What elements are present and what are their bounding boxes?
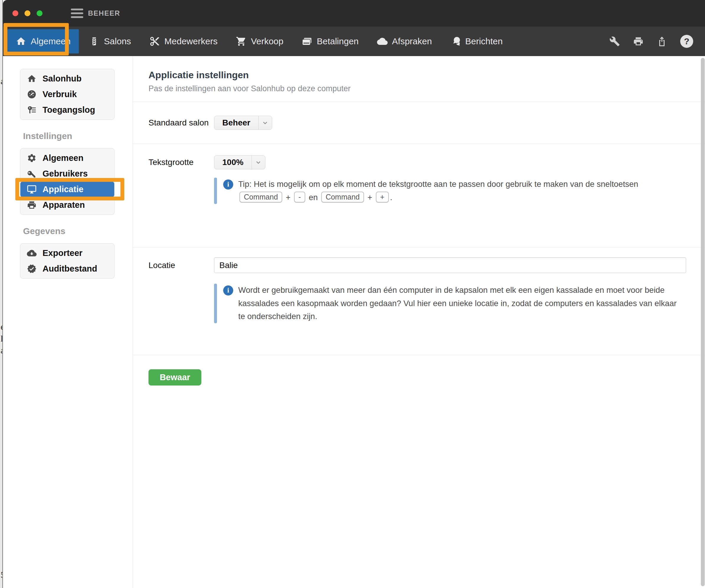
chevron-down-icon — [258, 116, 272, 130]
main-toolbar: Algemeen Salons Medewerkers Verkoop Beta… — [3, 27, 705, 56]
background-window-sliver: a e l a 5 — [0, 0, 3, 588]
sidebar-item-algemeen[interactable]: Algemeen — [20, 150, 114, 166]
tab-medewerkers[interactable]: Medewerkers — [141, 29, 226, 53]
sidebar-item-applicatie[interactable]: Applicatie — [20, 182, 114, 197]
kbd-plus: + — [376, 192, 389, 202]
locatie-info: i Wordt er gebruikgemaakt van meer dan é… — [214, 284, 687, 323]
tab-afspraken[interactable]: Afspraken — [369, 29, 440, 53]
sidebar-item-auditbestand[interactable]: Auditbestand — [20, 261, 114, 277]
gauge-icon — [27, 89, 37, 99]
sidebar-item-toegangslog[interactable]: Toegangslog — [20, 102, 114, 118]
sidebar-item-verbruik[interactable]: Verbruik — [20, 87, 114, 102]
main-content: Applicatie instellingen Pas de instellin… — [133, 56, 705, 588]
help-icon[interactable]: ? — [680, 35, 693, 48]
tab-label: Verkoop — [251, 36, 283, 46]
tip-plus-sign: + — [368, 193, 372, 202]
kbd-command: Command — [239, 192, 282, 202]
standaard-salon-section: Standaard salon Beheer — [133, 102, 705, 144]
toolbar-actions: ? — [609, 35, 693, 48]
kbd-minus: - — [294, 192, 305, 202]
tab-berichten[interactable]: Berichten — [442, 29, 511, 53]
close-window-button[interactable] — [12, 10, 18, 16]
home-icon — [16, 36, 26, 47]
note-accent-bar — [214, 284, 217, 323]
tab-label: Berichten — [465, 36, 503, 46]
tekstgrootte-label: Tekstgrootte — [148, 158, 214, 167]
background-text-fragment: a — [1, 76, 3, 86]
save-section: Bewaar — [133, 355, 705, 386]
barber-pole-icon — [89, 36, 99, 47]
gear-icon — [27, 153, 37, 163]
locatie-section: Locatie i Wordt er gebruikgemaakt van me… — [133, 248, 705, 355]
sidebar-section-header-instellingen: Instellingen — [23, 131, 133, 141]
tekstgrootte-tip: i Tip: Het is mogelijk om op elk moment … — [214, 178, 687, 204]
sidebar-item-apparaten[interactable]: Apparaten — [20, 197, 114, 213]
cloud-download-icon — [27, 248, 37, 258]
tekstgrootte-value: 100% — [214, 156, 251, 169]
titlebar: BEHEER — [3, 0, 705, 27]
chevron-down-icon — [251, 156, 265, 169]
locatie-info-text: Wordt er gebruikgemaakt van meer dan één… — [238, 284, 679, 323]
home-icon — [27, 74, 37, 84]
monitor-icon — [27, 185, 37, 194]
tab-betalingen[interactable]: Betalingen — [293, 29, 367, 53]
payment-cards-icon — [302, 36, 312, 47]
locatie-input[interactable] — [214, 257, 686, 273]
tab-label: Salons — [104, 36, 131, 46]
access-log-icon — [27, 105, 37, 115]
tab-label: Afspraken — [392, 36, 432, 46]
sidebar-item-label: Toegangslog — [43, 105, 95, 115]
sidebar-section-header-gegevens: Gegevens — [23, 226, 133, 236]
info-icon: i — [223, 180, 233, 190]
window-title: BEHEER — [88, 9, 120, 17]
background-text-fragment: l — [1, 334, 3, 344]
locatie-row: Locatie — [148, 257, 687, 273]
sidebar-item-label: Exporteer — [43, 248, 82, 258]
sidebar-item-label: Verbruik — [43, 89, 77, 99]
wrench-icon[interactable] — [609, 36, 620, 47]
sidebar-item-label: Applicatie — [43, 185, 84, 194]
standaard-salon-label: Standaard salon — [148, 118, 214, 128]
save-button[interactable]: Bewaar — [148, 369, 201, 386]
vertical-scrollbar[interactable] — [701, 58, 705, 586]
page-header: Applicatie instellingen Pas de instellin… — [133, 56, 705, 102]
sidebar-item-gebruikers[interactable]: Gebruikers — [20, 166, 114, 182]
sidebar-item-label: Gebruikers — [43, 169, 88, 179]
standaard-salon-value: Beheer — [214, 116, 258, 130]
printer-icon[interactable] — [633, 36, 644, 47]
zoom-window-button[interactable] — [37, 10, 43, 16]
sidebar-item-exporteer[interactable]: Exporteer — [20, 245, 114, 261]
chat-bubbles-icon — [450, 36, 461, 47]
sidebar: Salonhub Verbruik Toegangslog Instelling… — [3, 56, 133, 588]
cloud-icon — [377, 36, 388, 47]
tab-salons[interactable]: Salons — [81, 29, 139, 53]
locatie-label: Locatie — [148, 261, 214, 270]
tip-period: . — [390, 193, 392, 202]
sidebar-item-label: Auditbestand — [43, 264, 97, 274]
tekstgrootte-dropdown[interactable]: 100% — [214, 155, 266, 169]
minimize-window-button[interactable] — [25, 10, 31, 16]
share-icon[interactable] — [657, 36, 667, 47]
tekstgrootte-tip-text: Tip: Het is mogelijk om op elk moment de… — [238, 178, 679, 204]
shopping-cart-icon — [236, 36, 246, 47]
app-window: BEHEER Algemeen Salons Medewerkers Verko… — [3, 0, 705, 588]
key-icon — [27, 169, 37, 179]
tip-conjunction: en — [309, 193, 318, 202]
tab-label: Algemeen — [31, 36, 70, 46]
standaard-salon-dropdown[interactable]: Beheer — [214, 116, 272, 130]
tekstgrootte-section: Tekstgrootte 100% i Tip: Het is mogelijk… — [133, 144, 705, 248]
background-text-fragment: e — [1, 322, 3, 332]
seal-check-icon — [27, 264, 37, 274]
note-accent-bar — [214, 178, 217, 204]
scissors-icon — [149, 36, 160, 47]
sidebar-item-salonhub[interactable]: Salonhub — [20, 71, 114, 87]
tekstgrootte-row: Tekstgrootte 100% — [148, 155, 687, 169]
standaard-salon-row: Standaard salon Beheer — [148, 116, 272, 130]
sidebar-item-label: Algemeen — [43, 153, 84, 163]
tab-verkoop[interactable]: Verkoop — [228, 29, 292, 53]
kbd-command: Command — [321, 192, 364, 202]
tab-algemeen[interactable]: Algemeen — [7, 29, 79, 53]
hamburger-menu-icon[interactable] — [71, 9, 83, 18]
tip-plus-sign: + — [286, 193, 290, 202]
sidebar-group-gegevens: Exporteer Auditbestand — [20, 243, 114, 279]
